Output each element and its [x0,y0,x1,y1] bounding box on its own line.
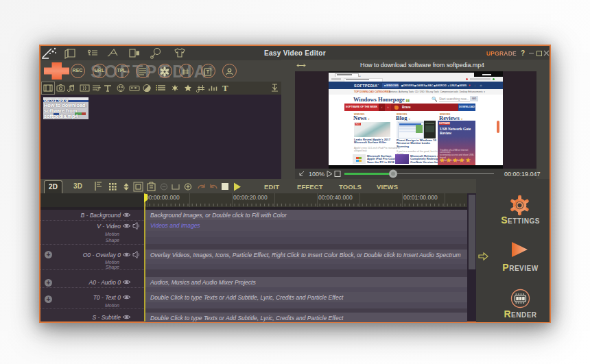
svg-text:00:00:19.047: 00:00:19.047 [504,171,541,178]
svg-text:T: T [222,83,228,93]
svg-text:100%: 100% [309,171,324,178]
